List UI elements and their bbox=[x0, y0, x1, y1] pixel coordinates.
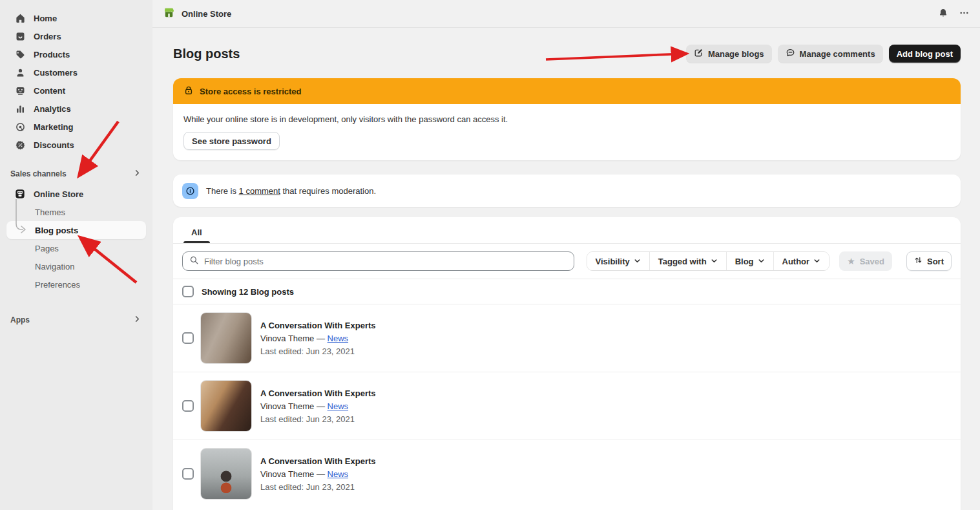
chevron-down-icon bbox=[634, 257, 641, 266]
row-checkbox[interactable] bbox=[182, 468, 194, 480]
sidebar-item-label: Orders bbox=[34, 32, 61, 41]
blog-posts-card: All Visibility Tagged with bbox=[173, 217, 961, 510]
sidebar-item-content[interactable]: Content bbox=[4, 81, 149, 100]
store-access-banner: Store access is restricted While your on… bbox=[173, 78, 961, 160]
saved-button[interactable]: ★ Saved bbox=[839, 251, 892, 271]
row-checkbox[interactable] bbox=[182, 332, 194, 344]
see-store-password-button[interactable]: See store password bbox=[183, 132, 280, 150]
topbar: Online Store bbox=[152, 0, 980, 28]
sub-item-label: Pages bbox=[35, 244, 59, 253]
sidebar-item-discounts[interactable]: Discounts bbox=[4, 136, 149, 154]
sort-arrows-icon bbox=[914, 256, 923, 266]
page-title: Blog posts bbox=[173, 47, 240, 61]
tagged-with-filter-label: Tagged with bbox=[658, 257, 707, 266]
post-subtitle: Vinova Theme — News bbox=[260, 469, 376, 479]
blog-post-row[interactable]: A Conversation With Experts Vinova Theme… bbox=[173, 304, 961, 372]
manage-comments-button[interactable]: Manage comments bbox=[778, 45, 883, 63]
sub-item-label: Themes bbox=[35, 207, 65, 217]
filter-row: Visibility Tagged with Blog Author bbox=[173, 244, 961, 279]
moderation-text-before: There is bbox=[206, 186, 239, 196]
filter-group: Visibility Tagged with Blog Author bbox=[587, 251, 830, 271]
sidebar-item-label: Online Store bbox=[34, 189, 83, 199]
showing-count-text: Showing 12 Blog posts bbox=[202, 287, 294, 297]
blog-filter-button[interactable]: Blog bbox=[726, 252, 773, 270]
apps-header[interactable]: Apps bbox=[0, 312, 152, 328]
sidebar-item-customers[interactable]: Customers bbox=[4, 63, 149, 81]
app-window: Home Orders Products Customers Content A… bbox=[0, 0, 980, 510]
sidebar-item-online-store[interactable]: Online Store bbox=[4, 185, 149, 203]
sidebar-item-label: Content bbox=[34, 86, 65, 96]
saved-label: Saved bbox=[860, 257, 884, 266]
lock-icon bbox=[183, 85, 194, 98]
tab-all-label: All bbox=[191, 228, 202, 237]
author-filter-label: Author bbox=[782, 257, 810, 266]
star-icon: ★ bbox=[847, 256, 855, 266]
post-theme-text: Vinova Theme — bbox=[260, 401, 328, 411]
sidebar-item-marketing[interactable]: Marketing bbox=[4, 118, 149, 136]
chevron-down-icon bbox=[813, 257, 820, 266]
sidebar-item-themes[interactable]: Themes bbox=[6, 203, 146, 221]
sidebar-item-label: Marketing bbox=[34, 122, 73, 132]
bell-icon[interactable] bbox=[938, 8, 948, 20]
sidebar-item-home[interactable]: Home bbox=[4, 9, 149, 27]
more-options-icon[interactable] bbox=[959, 8, 970, 20]
sidebar-item-label: Discounts bbox=[34, 140, 74, 150]
blog-post-row[interactable]: A Conversation With Experts Vinova Theme… bbox=[173, 372, 961, 440]
sub-item-label: Navigation bbox=[35, 262, 74, 271]
store-access-banner-text: While your online store is in developmen… bbox=[183, 114, 950, 124]
post-subtitle: Vinova Theme — News bbox=[260, 334, 376, 343]
filter-search[interactable] bbox=[182, 251, 574, 271]
row-checkbox[interactable] bbox=[182, 400, 194, 412]
sort-label: Sort bbox=[927, 257, 944, 266]
bar-chart-icon bbox=[14, 103, 26, 114]
page-header: Blog posts Manage blogs Manage comments … bbox=[173, 28, 961, 78]
post-last-edited: Last edited: Jun 23, 2021 bbox=[260, 346, 376, 356]
news-blog-link[interactable]: News bbox=[328, 401, 349, 411]
content-icon bbox=[14, 85, 26, 96]
post-title[interactable]: A Conversation With Experts bbox=[260, 321, 376, 330]
sidebar-item-products[interactable]: Products bbox=[4, 45, 149, 63]
edit-icon bbox=[694, 48, 704, 59]
news-blog-link[interactable]: News bbox=[328, 334, 349, 343]
chevron-right-icon bbox=[134, 169, 141, 178]
online-store-green-icon bbox=[163, 6, 175, 21]
blog-post-row[interactable]: A Conversation With Experts Vinova Theme… bbox=[173, 440, 961, 507]
home-icon bbox=[14, 12, 26, 24]
post-title[interactable]: A Conversation With Experts bbox=[260, 388, 376, 398]
author-filter-button[interactable]: Author bbox=[773, 252, 829, 270]
topbar-title: Online Store bbox=[182, 9, 231, 19]
visibility-filter-label: Visibility bbox=[596, 257, 630, 266]
sidebar-item-label: Products bbox=[34, 50, 70, 59]
news-blog-link[interactable]: News bbox=[328, 469, 349, 479]
comment-link[interactable]: 1 comment bbox=[239, 186, 280, 196]
manage-comments-label: Manage comments bbox=[800, 49, 875, 59]
visibility-filter-button[interactable]: Visibility bbox=[587, 252, 649, 270]
sales-channels-header[interactable]: Sales channels bbox=[0, 165, 152, 182]
sort-button[interactable]: Sort bbox=[906, 251, 952, 271]
sidebar-item-preferences[interactable]: Preferences bbox=[6, 275, 146, 293]
chevron-down-icon bbox=[758, 257, 765, 266]
sidebar-item-navigation[interactable]: Navigation bbox=[6, 257, 146, 275]
sidebar-item-orders[interactable]: Orders bbox=[4, 27, 149, 45]
tag-icon bbox=[14, 48, 26, 60]
sidebar-item-pages[interactable]: Pages bbox=[6, 239, 146, 257]
post-thumbnail bbox=[200, 380, 252, 432]
filter-search-input[interactable] bbox=[204, 257, 567, 266]
post-last-edited: Last edited: Jun 23, 2021 bbox=[260, 414, 376, 424]
blog-filter-label: Blog bbox=[735, 257, 754, 266]
sub-item-label: Blog posts bbox=[35, 226, 78, 235]
sidebar-item-analytics[interactable]: Analytics bbox=[4, 100, 149, 118]
manage-blogs-button[interactable]: Manage blogs bbox=[686, 45, 772, 63]
tagged-with-filter-button[interactable]: Tagged with bbox=[649, 252, 726, 270]
sidebar-item-blog-posts[interactable]: Blog posts bbox=[6, 221, 146, 239]
sidebar-item-label: Customers bbox=[34, 68, 78, 78]
info-icon bbox=[182, 183, 198, 199]
add-blog-post-button[interactable]: Add blog post bbox=[889, 45, 961, 63]
store-access-banner-title: Store access is restricted bbox=[200, 87, 302, 96]
sales-channels-label: Sales channels bbox=[10, 169, 67, 178]
moderation-banner: There is 1 comment that requires moderat… bbox=[173, 175, 961, 207]
tab-all[interactable]: All bbox=[181, 221, 213, 243]
target-icon bbox=[14, 121, 26, 133]
select-all-checkbox[interactable] bbox=[182, 286, 194, 297]
post-title[interactable]: A Conversation With Experts bbox=[260, 456, 376, 466]
